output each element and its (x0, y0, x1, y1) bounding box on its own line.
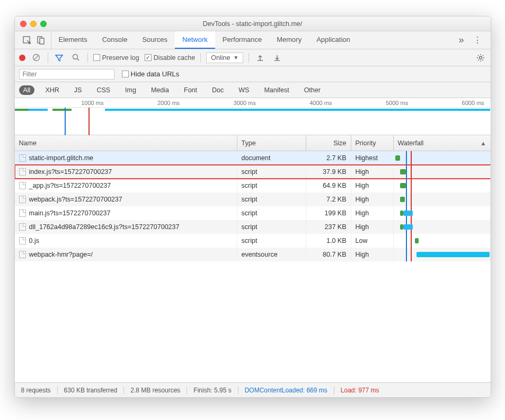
tab-memory[interactable]: Memory (269, 31, 309, 49)
request-priority: High (351, 220, 394, 234)
col-type[interactable]: Type (237, 135, 306, 151)
request-name: index.js?ts=1572270700237 (29, 168, 112, 176)
request-priority: Low (351, 234, 394, 248)
type-css[interactable]: CSS (92, 85, 114, 95)
timeline-overview[interactable]: 1000 ms 2000 ms 3000 ms 4000 ms 5000 ms … (15, 98, 491, 135)
request-row[interactable]: _app.js?ts=1572270700237script64.9 KBHig… (15, 179, 491, 192)
hide-data-urls-checkbox[interactable]: Hide data URLs (122, 70, 180, 78)
filter-icon[interactable] (54, 52, 65, 64)
inspect-icon[interactable] (21, 34, 33, 46)
request-row[interactable]: main.js?ts=1572270700237script199 KBHigh (15, 206, 491, 220)
type-other[interactable]: Other (300, 85, 325, 95)
request-priority: High (351, 248, 394, 261)
more-tabs-icon[interactable]: » (456, 34, 467, 46)
svg-rect-2 (40, 38, 44, 44)
request-row[interactable]: 0.jsscript1.0 KBLow (15, 234, 491, 248)
file-icon (19, 154, 26, 162)
type-doc[interactable]: Doc (208, 85, 228, 95)
type-js[interactable]: JS (70, 85, 86, 95)
request-size: 199 KB (306, 206, 351, 220)
request-type: document (237, 151, 306, 165)
col-name[interactable]: Name (15, 135, 237, 151)
type-ws[interactable]: WS (234, 85, 253, 95)
disable-cache-checkbox[interactable]: ✓ Disable cache (145, 54, 196, 62)
request-priority: Highest (351, 151, 394, 165)
request-size: 237 KB (306, 220, 351, 234)
col-size[interactable]: Size (306, 135, 351, 151)
clear-icon[interactable] (31, 52, 42, 64)
request-row[interactable]: static-import.glitch.medocument2.7 KBHig… (15, 151, 491, 165)
type-font[interactable]: Font (180, 85, 201, 95)
request-name: main.js?ts=1572270700237 (29, 209, 111, 217)
tab-console[interactable]: Console (95, 31, 135, 49)
waterfall-cell (394, 151, 491, 165)
waterfall-cell (394, 248, 491, 261)
svg-point-5 (73, 55, 78, 59)
request-priority: High (351, 165, 394, 179)
request-name: _app.js?ts=1572270700237 (29, 182, 111, 189)
status-requests: 8 requests (15, 387, 58, 394)
request-size: 1.0 KB (306, 234, 351, 248)
request-name: static-import.glitch.me (29, 154, 94, 162)
status-transferred: 630 KB transferred (58, 387, 125, 394)
type-manifest[interactable]: Manifest (260, 85, 293, 95)
file-icon (19, 168, 26, 176)
request-row[interactable]: dll_1762a4d98a7289ec16c9.js?ts=157227070… (15, 220, 491, 234)
request-type: script (237, 192, 306, 206)
request-name: dll_1762a4d98a7289ec16c9.js?ts=157227070… (29, 223, 180, 231)
request-type: script (237, 206, 306, 220)
preserve-log-checkbox[interactable]: Preserve log (93, 54, 139, 62)
request-row[interactable]: index.js?ts=1572270700237script37.9 KBHi… (15, 165, 491, 179)
request-type: script (237, 165, 306, 179)
request-priority: High (351, 206, 394, 220)
waterfall-cell (394, 165, 491, 179)
download-har-icon[interactable] (271, 52, 283, 64)
file-icon (19, 237, 26, 244)
request-name: 0.js (29, 237, 39, 244)
type-media[interactable]: Media (147, 85, 173, 95)
network-toolbar: Preserve log ✓ Disable cache Online ▼ (15, 49, 491, 66)
tab-sources[interactable]: Sources (135, 31, 175, 49)
tab-network[interactable]: Network (175, 31, 215, 49)
record-button[interactable] (19, 55, 25, 61)
svg-point-7 (479, 56, 482, 59)
waterfall-cell (394, 206, 491, 220)
svg-line-4 (34, 56, 39, 60)
tab-application[interactable]: Application (309, 31, 358, 49)
type-img[interactable]: Img (121, 85, 140, 95)
file-icon (19, 196, 26, 203)
status-finish: Finish: 5.95 s (187, 387, 238, 394)
waterfall-cell (394, 234, 491, 248)
request-name: webpack-hmr?page=/ (29, 251, 93, 258)
type-xhr[interactable]: XHR (41, 85, 63, 95)
search-icon[interactable] (70, 52, 82, 64)
status-bar: 8 requests 630 KB transferred 2.8 MB res… (15, 382, 491, 397)
file-icon (19, 251, 26, 258)
col-waterfall[interactable]: Waterfall▲ (394, 135, 491, 151)
type-all[interactable]: All (19, 85, 35, 95)
status-resources: 2.8 MB resources (124, 387, 187, 394)
upload-har-icon[interactable] (254, 52, 266, 64)
request-type: eventsource (237, 248, 306, 261)
svg-line-6 (77, 59, 79, 61)
waterfall-cell (394, 220, 491, 234)
request-size: 64.9 KB (306, 179, 351, 192)
request-size: 7.2 KB (306, 192, 351, 206)
request-row[interactable]: webpack.js?ts=1572270700237script7.2 KBH… (15, 192, 491, 206)
device-icon[interactable] (35, 34, 47, 46)
filter-bar: Hide data URLs (15, 66, 491, 82)
grid-header: Name Type Size Priority Waterfall▲ (15, 135, 491, 151)
settings-icon[interactable] (475, 52, 486, 64)
kebab-icon[interactable]: ⋮ (472, 34, 483, 46)
tab-elements[interactable]: Elements (51, 31, 95, 49)
col-priority[interactable]: Priority (351, 135, 394, 151)
request-type: script (237, 234, 306, 248)
status-load: Load: 977 ms (334, 387, 386, 394)
request-row[interactable]: webpack-hmr?page=/eventsource80.7 KBHigh (15, 248, 491, 261)
request-type: script (237, 179, 306, 192)
devtools-window: DevTools - static-import.glitch.me/ Elem… (14, 16, 491, 398)
tab-performance[interactable]: Performance (215, 31, 269, 49)
filter-input[interactable] (19, 69, 114, 80)
throttling-value: Online (211, 54, 230, 62)
throttling-select[interactable]: Online ▼ (206, 52, 243, 63)
